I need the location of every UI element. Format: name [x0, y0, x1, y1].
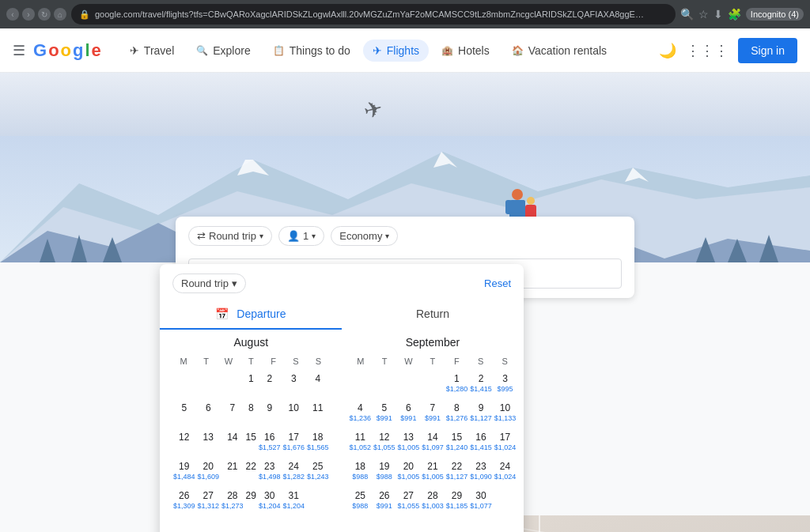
aug-day-27[interactable]: 27$1,312 [197, 488, 221, 516]
sep-day-10[interactable]: 10$1,133 [494, 400, 517, 428]
nav-tab-explore[interactable]: 🔍Explore [187, 40, 259, 62]
address-bar[interactable]: 🔒 google.com/travel/flights?tfs=CBwQARoX… [71, 4, 676, 25]
aug-day-12[interactable]: 12 [172, 429, 196, 458]
sep-day-4[interactable]: 4$1,236 [349, 400, 373, 428]
sep-day-3[interactable]: 3$995 [494, 371, 517, 399]
sep-day-5[interactable]: 5$991 [373, 400, 396, 428]
browser-controls: ‹ › ↻ ⌂ [6, 8, 66, 21]
nav-tab-hotels[interactable]: 🏨Hotels [432, 40, 499, 62]
aug-day-28[interactable]: 28$1,273 [221, 488, 244, 516]
aug-day-17[interactable]: 17$1,676 [282, 429, 305, 458]
star-icon[interactable]: ☆ [698, 8, 709, 21]
search-panel: ⇄ Round trip ▾ 👤 1 ▾ Economy ▾ [176, 217, 634, 298]
aug-day-7[interactable]: 7 [221, 400, 244, 428]
sep-day-19[interactable]: 19$988 [373, 458, 396, 487]
cal-return-tab[interactable]: Return [342, 300, 524, 330]
august-day-headers: MTWTFSS [172, 355, 330, 368]
aug-day-15[interactable]: 15 [245, 429, 257, 458]
aug-day-empty-36 [197, 517, 221, 532]
sep-day-26[interactable]: 26$991 [373, 488, 396, 516]
download-icon[interactable]: ⬇ [713, 8, 723, 21]
sep-day-12[interactable]: 12$1,055 [373, 429, 396, 458]
hamburger-menu[interactable]: ☰ [13, 42, 25, 59]
aug-day-2[interactable]: 2 [258, 371, 282, 399]
chevron-down-icon-cal: ▾ [232, 277, 237, 289]
class-selector[interactable]: Economy ▾ [331, 226, 398, 246]
reload-btn[interactable]: ↻ [38, 8, 51, 21]
incognito-badge: Incognito (4) [746, 8, 804, 21]
apps-grid-button[interactable]: ⋮⋮⋮ [686, 42, 729, 59]
sep-day-29[interactable]: 29$1,185 [445, 488, 469, 516]
cal-reset-button[interactable]: Reset [484, 277, 511, 289]
sep-day-16[interactable]: 16$1,415 [469, 429, 493, 458]
aug-day-empty-0 [172, 371, 196, 399]
sep-day-25[interactable]: 25$988 [349, 488, 373, 516]
extension-icon[interactable]: 🧩 [728, 8, 741, 21]
aug-day-20[interactable]: 20$1,609 [197, 458, 221, 487]
nav-tab-travel[interactable]: ✈Travel [120, 40, 184, 62]
sep-day-18[interactable]: 18$988 [349, 458, 373, 487]
sep-day-empty-2 [397, 371, 421, 399]
aug-day-30[interactable]: 30$1,204 [258, 488, 282, 516]
sep-day-27[interactable]: 27$1,055 [397, 488, 421, 516]
aug-day-24[interactable]: 24$1,282 [282, 458, 305, 487]
nav-tab-vacations[interactable]: 🏠Vacation rentals [502, 40, 616, 62]
cal-date-tabs: 📅 Departure Return [160, 300, 524, 330]
back-btn[interactable]: ‹ [6, 8, 19, 21]
sep-day-21[interactable]: 21$1,005 [421, 458, 445, 487]
sign-in-button[interactable]: Sign in [738, 38, 797, 63]
aug-day-23[interactable]: 23$1,498 [258, 458, 282, 487]
sep-day-14[interactable]: 14$1,097 [421, 429, 445, 458]
search-options: ⇄ Round trip ▾ 👤 1 ▾ Economy ▾ [176, 217, 634, 252]
aug-day-11[interactable]: 11 [306, 400, 330, 428]
sep-day-6[interactable]: 6$991 [397, 400, 421, 428]
home-btn[interactable]: ⌂ [54, 8, 66, 21]
aug-day-22[interactable]: 22 [245, 458, 257, 487]
aug-day-14[interactable]: 14 [221, 429, 244, 458]
september-calendar: September MTWTFSS 1$1,2802$1,4153$9954$1… [343, 336, 524, 532]
nav-tab-things[interactable]: 📋Things to do [263, 40, 360, 62]
sep-day-9[interactable]: 9$1,127 [469, 400, 493, 428]
sep-day-13[interactable]: 13$1,005 [397, 429, 421, 458]
cal-trip-type-btn[interactable]: Round trip ▾ [172, 274, 246, 293]
aug-day-5[interactable]: 5 [172, 400, 196, 428]
aug-day-29[interactable]: 29 [245, 488, 257, 516]
sep-day-30[interactable]: 30$1,077 [469, 488, 493, 516]
aug-day-6[interactable]: 6 [197, 400, 221, 428]
nav-tab-flights[interactable]: ✈Flights [363, 40, 429, 62]
aug-day-10[interactable]: 10 [282, 400, 305, 428]
calendar-icon-departure: 📅 [215, 308, 229, 320]
aug-day-16[interactable]: 16$1,527 [258, 429, 282, 458]
sep-day-8[interactable]: 8$1,276 [445, 400, 469, 428]
aug-day-9[interactable]: 9 [258, 400, 282, 428]
trip-type-selector[interactable]: ⇄ Round trip ▾ [188, 226, 272, 246]
sep-day-7[interactable]: 7$991 [421, 400, 445, 428]
sep-day-15[interactable]: 15$1,240 [445, 429, 469, 458]
dark-mode-button[interactable]: 🌙 [659, 42, 676, 59]
sep-day-11[interactable]: 11$1,052 [349, 429, 373, 458]
passengers-selector[interactable]: 👤 1 ▾ [278, 226, 324, 246]
aug-day-19[interactable]: 19$1,484 [172, 458, 196, 487]
sep-day-20[interactable]: 20$1,005 [397, 458, 421, 487]
aug-day-26[interactable]: 26$1,309 [172, 488, 196, 516]
cal-departure-tab[interactable]: 📅 Departure [160, 300, 342, 330]
aug-day-25[interactable]: 25$1,243 [306, 458, 330, 487]
aug-day-4[interactable]: 4 [306, 371, 330, 399]
aug-day-21[interactable]: 21 [221, 458, 244, 487]
aug-day-13[interactable]: 13 [197, 429, 221, 458]
search-icon[interactable]: 🔍 [680, 8, 694, 21]
aug-day-empty-1 [197, 371, 221, 399]
sep-day-22[interactable]: 22$1,127 [445, 458, 469, 487]
aug-day-3[interactable]: 3 [282, 371, 305, 399]
aug-day-31[interactable]: 31$1,204 [282, 488, 305, 516]
sep-day-28[interactable]: 28$1,003 [421, 488, 445, 516]
sep-day-24[interactable]: 24$1,024 [494, 458, 517, 487]
aug-day-1[interactable]: 1 [245, 371, 257, 399]
sep-day-1[interactable]: 1$1,280 [445, 371, 469, 399]
forward-btn[interactable]: › [22, 8, 35, 21]
sep-day-23[interactable]: 23$1,090 [469, 458, 493, 487]
sep-day-2[interactable]: 2$1,415 [469, 371, 493, 399]
aug-day-18[interactable]: 18$1,565 [306, 429, 330, 458]
aug-day-8[interactable]: 8 [245, 400, 257, 428]
sep-day-17[interactable]: 17$1,024 [494, 429, 517, 458]
